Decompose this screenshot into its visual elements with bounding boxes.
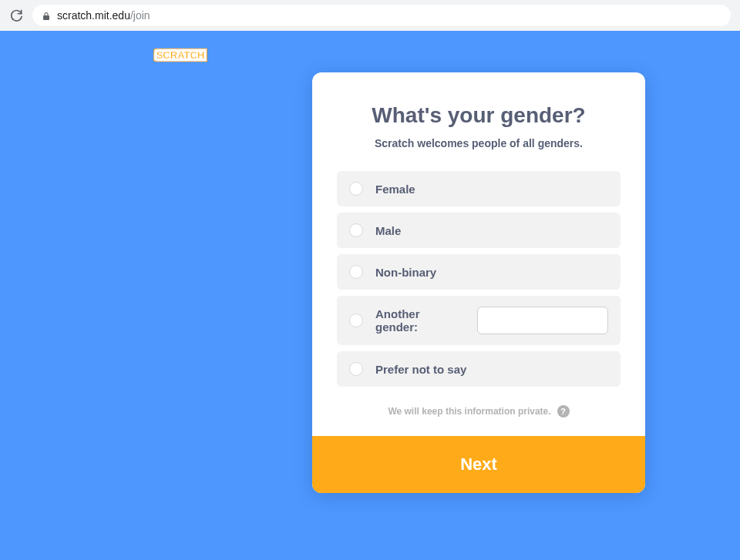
browser-toolbar: scratch.mit.edu/join: [0, 0, 740, 31]
radio-icon: [349, 362, 363, 376]
radio-option-nonbinary[interactable]: Non-binary: [337, 254, 621, 290]
radio-option-prefer-not[interactable]: Prefer not to say: [337, 351, 621, 387]
radio-icon: [349, 265, 363, 279]
next-button[interactable]: Next: [312, 436, 645, 493]
url-text: scratch.mit.edu/join: [57, 9, 150, 22]
another-gender-input[interactable]: [477, 307, 608, 334]
modal-subtitle: Scratch welcomes people of all genders.: [337, 137, 621, 149]
radio-icon: [349, 182, 363, 196]
radio-label: Another gender:: [375, 307, 465, 334]
url-path: /join: [130, 9, 150, 22]
help-icon[interactable]: ?: [557, 405, 570, 417]
radio-option-male[interactable]: Male: [337, 213, 621, 248]
gender-options: Female Male Non-binary Another gender:: [337, 171, 621, 387]
privacy-text: We will keep this information private.: [388, 406, 550, 417]
page-content: SCRATCH What's your gender? Scratch welc…: [0, 31, 740, 560]
radio-icon: [349, 223, 363, 237]
privacy-notice: We will keep this information private. ?: [337, 405, 621, 417]
radio-option-female[interactable]: Female: [337, 171, 621, 206]
gender-modal: What's your gender? Scratch welcomes peo…: [312, 72, 645, 493]
url-bar[interactable]: scratch.mit.edu/join: [32, 5, 731, 26]
svg-text:SCRATCH: SCRATCH: [156, 49, 205, 61]
scratch-logo[interactable]: SCRATCH: [148, 44, 213, 67]
reload-icon[interactable]: [9, 8, 23, 22]
radio-option-another[interactable]: Another gender:: [337, 296, 621, 345]
lock-icon: [42, 11, 51, 20]
modal-title: What's your gender?: [337, 103, 621, 128]
radio-label: Non-binary: [375, 266, 436, 279]
modal-body: What's your gender? Scratch welcomes peo…: [312, 72, 645, 436]
radio-label: Female: [375, 183, 415, 196]
radio-label: Male: [375, 224, 401, 237]
url-domain: scratch.mit.edu: [57, 9, 130, 22]
radio-icon: [349, 314, 363, 327]
radio-label: Prefer not to say: [375, 363, 466, 376]
